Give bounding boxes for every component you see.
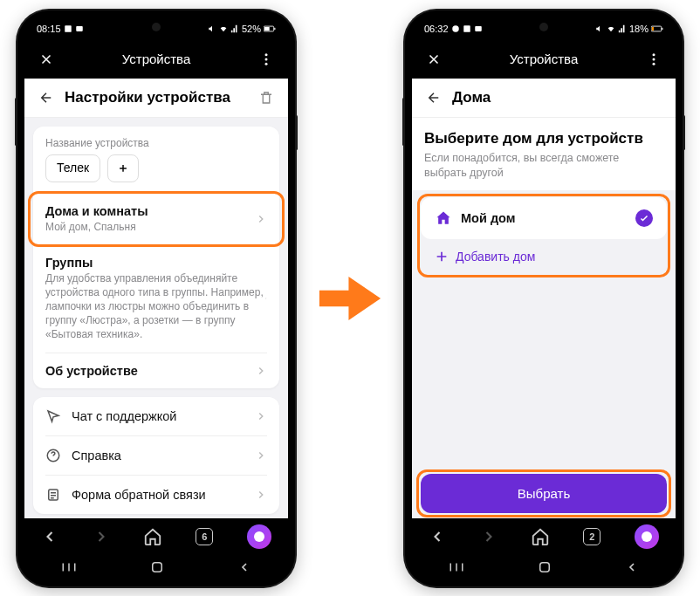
close-icon[interactable] xyxy=(426,51,442,67)
tabs-button[interactable]: 2 xyxy=(583,528,600,545)
svg-rect-1 xyxy=(76,26,83,31)
device-name-chip[interactable]: Телек xyxy=(45,154,100,182)
recents-icon[interactable] xyxy=(449,561,464,573)
sys-back-icon[interactable] xyxy=(625,560,639,574)
back-icon[interactable] xyxy=(38,90,54,106)
page-title: Настройки устройства xyxy=(65,89,248,106)
support-feedback-label: Форма обратной связи xyxy=(72,488,206,502)
chevron-right-icon xyxy=(264,292,267,305)
power-button xyxy=(295,115,298,150)
signal-icon xyxy=(618,24,627,33)
status-time: 06:32 xyxy=(424,24,449,34)
settings-card: Название устройства Телек ＋ Дома и комна… xyxy=(33,127,279,388)
nav-forward-icon[interactable] xyxy=(93,528,110,545)
rooms-row[interactable]: Дома и комнаты Мой дом, Спальня xyxy=(33,194,279,244)
phone-right: 06:32 18% Устройства Дома xyxy=(405,10,683,586)
mute-icon xyxy=(595,24,604,33)
back-icon[interactable] xyxy=(426,90,442,106)
close-icon[interactable] xyxy=(38,51,54,67)
cast-icon xyxy=(474,24,483,33)
browser-nav: 6 xyxy=(24,518,288,555)
trash-icon[interactable] xyxy=(258,90,274,106)
about-title: Об устройстве xyxy=(45,364,138,378)
groups-sub: Для удобства управления объединяйте устр… xyxy=(45,271,264,342)
chevron-right-icon xyxy=(255,449,267,462)
signal-icon xyxy=(230,24,239,33)
sys-home-icon[interactable] xyxy=(537,559,552,575)
support-help[interactable]: Справка xyxy=(33,436,279,475)
more-icon[interactable] xyxy=(646,51,662,67)
home-icon[interactable] xyxy=(531,527,550,546)
nav-forward-icon[interactable] xyxy=(480,528,498,545)
phone-left: 08:15 52% Устройства Настройки устройств… xyxy=(17,10,295,586)
system-nav xyxy=(412,555,676,579)
status-bar: 06:32 18% xyxy=(412,17,676,40)
wifi-icon xyxy=(219,24,228,33)
support-chat[interactable]: Чат с поддержкой xyxy=(33,397,279,435)
rooms-sub: Мой дом, Спальня xyxy=(45,220,148,234)
check-icon xyxy=(635,209,653,227)
page-header: Дома xyxy=(412,79,676,118)
recents-icon[interactable] xyxy=(61,561,77,573)
svg-point-18 xyxy=(652,58,655,60)
svg-point-5 xyxy=(264,53,267,56)
home-name: Мой дом xyxy=(461,211,515,225)
browser-nav: 2 xyxy=(412,518,676,555)
svg-rect-20 xyxy=(540,562,550,572)
form-icon xyxy=(45,487,61,503)
wifi-icon xyxy=(607,24,615,33)
home-item[interactable]: Мой дом xyxy=(421,197,667,239)
help-icon xyxy=(45,448,61,463)
svg-point-19 xyxy=(652,62,655,65)
chat-icon xyxy=(45,408,61,424)
mute-icon xyxy=(208,24,216,33)
sys-back-icon[interactable] xyxy=(237,560,251,574)
cast-icon xyxy=(75,24,84,33)
groups-title: Группы xyxy=(45,256,264,270)
sys-home-icon[interactable] xyxy=(149,559,165,575)
svg-rect-0 xyxy=(65,25,72,32)
volume-button xyxy=(15,98,17,146)
page-title: Дома xyxy=(452,89,662,106)
chevron-right-icon xyxy=(255,365,267,377)
nav-back-icon[interactable] xyxy=(41,528,58,545)
svg-point-17 xyxy=(652,53,655,56)
nav-back-icon[interactable] xyxy=(429,528,446,545)
select-sub: Если понадобится, вы всегда сможете выбр… xyxy=(412,151,676,190)
about-row[interactable]: Об устройстве xyxy=(33,353,279,388)
svg-rect-3 xyxy=(264,26,270,30)
homes-list-wrap: Мой дом Добавить дом xyxy=(421,197,667,274)
chevron-right-icon xyxy=(255,213,267,225)
gallery-icon xyxy=(463,24,471,33)
more-icon[interactable] xyxy=(258,51,274,67)
svg-point-11 xyxy=(452,25,459,32)
power-button xyxy=(683,115,685,150)
support-feedback[interactable]: Форма обратной связи xyxy=(33,476,279,514)
support-help-label: Справка xyxy=(72,449,121,462)
add-home-button[interactable]: Добавить дом xyxy=(421,239,667,274)
home-icon[interactable] xyxy=(143,527,162,546)
svg-rect-15 xyxy=(652,26,654,30)
status-battery: 18% xyxy=(629,24,649,34)
arrow-between xyxy=(316,264,384,332)
alice-button[interactable] xyxy=(635,524,659,549)
svg-point-7 xyxy=(264,62,267,65)
arrow-right-icon xyxy=(316,264,384,332)
status-bar: 08:15 52% xyxy=(24,17,288,40)
support-card: Чат с поддержкой Справка Форма обратной … xyxy=(33,397,279,514)
select-heading: Выберите дом для устройств xyxy=(412,118,676,151)
page-header: Настройки устройства xyxy=(24,79,288,118)
add-name-button[interactable]: ＋ xyxy=(107,154,139,182)
battery-icon xyxy=(651,24,663,33)
svg-rect-16 xyxy=(662,27,662,29)
status-battery: 52% xyxy=(242,24,261,34)
app-header: Устройства xyxy=(24,40,288,79)
select-button[interactable]: Выбрать xyxy=(421,474,667,513)
tabs-button[interactable]: 6 xyxy=(196,528,213,545)
alice-button[interactable] xyxy=(247,524,271,549)
header-title: Устройства xyxy=(122,51,190,66)
svg-rect-13 xyxy=(475,26,482,31)
groups-row[interactable]: Группы Для удобства управления объединяй… xyxy=(33,245,279,353)
chevron-right-icon xyxy=(255,410,267,422)
status-time: 08:15 xyxy=(37,24,61,34)
